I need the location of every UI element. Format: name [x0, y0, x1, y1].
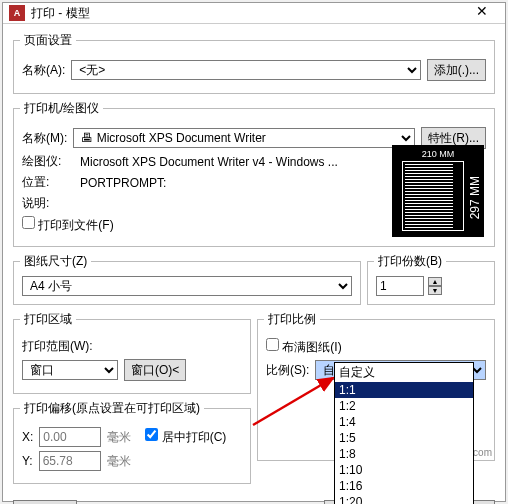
scale-option[interactable]: 1:20 [335, 494, 473, 504]
fit-to-paper-input[interactable] [266, 338, 279, 351]
plotter-plotter-value: Microsoft XPS Document Writer v4 - Windo… [80, 155, 338, 169]
window-pick-button[interactable]: 窗口(O)< [124, 359, 186, 381]
center-plot-input[interactable] [145, 428, 158, 441]
app-icon: A [9, 5, 25, 21]
plotter-name-label: 名称(M): [22, 130, 67, 147]
copies-legend: 打印份数(B) [374, 253, 446, 270]
plotter-desc-label: 说明: [22, 195, 74, 212]
offset-y-label: Y: [22, 454, 33, 468]
plot-what-select[interactable]: 窗口 [22, 360, 118, 380]
plotter-name-select[interactable]: 🖶 Microsoft XPS Document Writer [73, 128, 415, 148]
offset-y-unit: 毫米 [107, 453, 131, 470]
offset-y-input[interactable] [39, 451, 101, 471]
copies-group: 打印份数(B) ▲▼ [367, 253, 495, 305]
add-page-setup-button[interactable]: 添加(.)... [427, 59, 486, 81]
window-title: 打印 - 模型 [31, 5, 465, 22]
scale-option[interactable]: 1:10 [335, 462, 473, 478]
page-setup-legend: 页面设置 [20, 32, 76, 49]
plotter-group: 打印机/绘图仪 名称(M): 🖶 Microsoft XPS Document … [13, 100, 495, 247]
spin-up-icon[interactable]: ▲ [428, 277, 442, 286]
scale-label: 比例(S): [266, 362, 309, 379]
plot-what-label: 打印范围(W): [22, 338, 93, 355]
offset-x-input[interactable] [39, 427, 101, 447]
plot-area-legend: 打印区域 [20, 311, 76, 328]
paper-size-group: 图纸尺寸(Z) A4 小号 [13, 253, 361, 305]
spin-down-icon[interactable]: ▼ [428, 286, 442, 295]
scale-option[interactable]: 1:16 [335, 478, 473, 494]
plot-area-group: 打印区域 打印范围(W): 窗口 窗口(O)< [13, 311, 251, 394]
offset-x-label: X: [22, 430, 33, 444]
preview-button[interactable]: 预览(P)... [13, 500, 77, 504]
plot-scale-legend: 打印比例 [264, 311, 320, 328]
plotter-where-label: 位置: [22, 174, 74, 191]
plot-offset-group: 打印偏移(原点设置在可打印区域) X: 毫米 居中打印(C) Y: 毫米 [13, 400, 251, 484]
page-setup-group: 页面设置 名称(A): <无> 添加(.)... [13, 32, 495, 94]
preview-width-label: 210 MM [392, 149, 484, 159]
scale-option[interactable]: 1:1 [335, 382, 473, 398]
paper-size-legend: 图纸尺寸(Z) [20, 253, 91, 270]
copies-spinner[interactable]: ▲▼ [428, 277, 442, 295]
paper-size-select[interactable]: A4 小号 [22, 276, 352, 296]
scale-option[interactable]: 1:5 [335, 430, 473, 446]
print-to-file-input[interactable] [22, 216, 35, 229]
paper-preview: 210 MM 297 MM [392, 145, 484, 237]
page-name-label: 名称(A): [22, 62, 65, 79]
scale-option[interactable]: 1:8 [335, 446, 473, 462]
plotter-plotter-label: 绘图仪: [22, 153, 74, 170]
copies-input[interactable] [376, 276, 424, 296]
offset-x-unit: 毫米 [107, 429, 131, 446]
scale-dropdown-list[interactable]: 自定义1:11:21:41:51:81:101:161:201:301:40 [334, 362, 474, 504]
scale-option[interactable]: 1:2 [335, 398, 473, 414]
plotter-legend: 打印机/绘图仪 [20, 100, 103, 117]
scale-option[interactable]: 自定义 [335, 363, 473, 382]
center-plot-checkbox[interactable]: 居中打印(C) [145, 428, 226, 446]
scale-option[interactable]: 1:4 [335, 414, 473, 430]
plotter-where-value: PORTPROMPT: [80, 176, 166, 190]
plot-offset-legend: 打印偏移(原点设置在可打印区域) [20, 400, 204, 417]
fit-to-paper-checkbox[interactable]: 布满图纸(I) [266, 338, 342, 356]
page-name-select[interactable]: <无> [71, 60, 420, 80]
preview-height-label: 297 MM [469, 163, 481, 233]
print-to-file-checkbox[interactable]: 打印到文件(F) [22, 216, 114, 234]
close-icon[interactable]: ✕ [465, 3, 499, 23]
